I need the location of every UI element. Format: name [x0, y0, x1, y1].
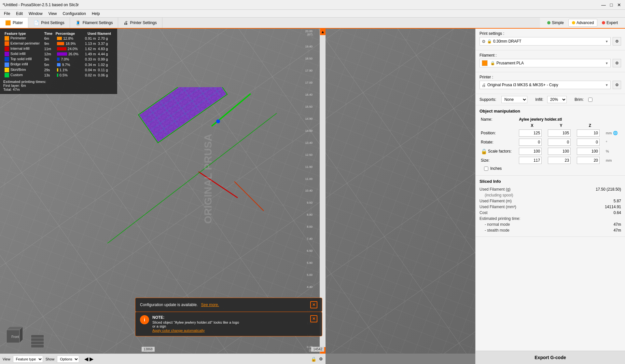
- filament-lock-icon: 🔒: [490, 61, 495, 65]
- stat-time: 12m: [43, 51, 54, 57]
- scale-z-input[interactable]: [577, 148, 600, 155]
- brim-checkbox[interactable]: [588, 98, 592, 102]
- scale-x-input[interactable]: [519, 148, 542, 155]
- col-filament: Used filament: [81, 31, 114, 36]
- stat-filament: 0.34 m 1.02 g: [81, 62, 114, 67]
- pos-z-input[interactable]: [577, 129, 600, 137]
- rot-z-input[interactable]: [577, 139, 600, 146]
- layer-lock-btn[interactable]: 🔒: [311, 357, 316, 362]
- minimize-btn[interactable]: —: [600, 2, 607, 8]
- obj-manip-title: Object manipulation: [479, 109, 621, 114]
- mode-dot-expert: [602, 21, 605, 24]
- close-btn[interactable]: ✕: [616, 2, 622, 8]
- print-settings-gear-btn[interactable]: ⚙: [613, 37, 621, 46]
- print-settings-chevron: ▼: [605, 40, 608, 43]
- menu-item-configuration[interactable]: Configuration: [60, 11, 89, 17]
- stat-filament: 1.49 m 4.44 g: [81, 51, 114, 57]
- maximize-btn[interactable]: □: [608, 2, 615, 8]
- tab-print-settings[interactable]: 📄Print Settings: [28, 18, 70, 28]
- object-manipulation-section: Object manipulation Name: Aylee jewlery …: [476, 105, 625, 176]
- note-close[interactable]: ✕: [310, 315, 317, 322]
- 3d-viewport[interactable]: ORIGINAL PRUSA Feature type Time Percent…: [0, 29, 475, 364]
- col-feature: Feature type: [3, 31, 43, 36]
- filament-color-swatch: [482, 60, 488, 66]
- app-title: *Untitled - PrusaSlicer-2.5.1 based on S…: [3, 3, 79, 7]
- bottom-left-coord: 13868: [142, 347, 155, 352]
- note-text: Sliced object "Aylee jewlery holder.stl"…: [152, 320, 307, 328]
- menu-item-edit[interactable]: Edit: [13, 11, 25, 17]
- infill-select[interactable]: 20%: [547, 96, 567, 103]
- printer-dropdown[interactable]: 🖨 Original Prusa i3 MK3S & MK3S+ - Copy …: [479, 81, 611, 89]
- config-update-close[interactable]: ✕: [310, 301, 317, 308]
- normal-mode-label: - normal mode: [479, 222, 510, 227]
- export-gcode-btn[interactable]: Export G-code: [476, 351, 625, 364]
- mode-dot-simple: [547, 21, 550, 24]
- cost-value: 0.64: [614, 210, 621, 215]
- size-y-input[interactable]: [548, 157, 571, 164]
- printer-gear-btn[interactable]: ⚙: [613, 81, 621, 89]
- pos-x-input[interactable]: [519, 129, 542, 137]
- filament-gear-btn[interactable]: ⚙: [613, 59, 621, 67]
- size-z-input[interactable]: [577, 157, 600, 164]
- filament-chevron: ▼: [605, 61, 608, 65]
- stat-filament: 0.04 m 0.11 g: [81, 67, 114, 73]
- menu-item-file[interactable]: File: [1, 11, 13, 17]
- stat-bar: [57, 68, 58, 72]
- scroll-right-btn[interactable]: ▶: [90, 356, 93, 362]
- view-label: View: [3, 357, 10, 361]
- stat-filament: 1.13 m 3.37 g: [81, 41, 114, 46]
- view-type-select[interactable]: Feature type: [13, 356, 43, 363]
- print-settings-lock-icon: 🔒: [487, 39, 492, 44]
- stat-feature: Solid infill: [3, 51, 43, 57]
- inches-row: Inches: [479, 165, 621, 172]
- rot-x-input[interactable]: [519, 139, 542, 146]
- mode-label-simple: Simple: [552, 20, 564, 25]
- spool-row: (including spool): [479, 192, 621, 198]
- 3d-object-svg: ORIGINAL PRUSA: [75, 87, 290, 282]
- filament-dropdown[interactable]: 🔒 Prusament PLA ▼: [479, 59, 611, 67]
- tab-icon-plater: 🟧: [5, 20, 11, 25]
- mode-label-expert: Expert: [606, 20, 618, 25]
- layer-icon-svg: [29, 333, 46, 349]
- mode-btn-advanced[interactable]: Advanced: [568, 19, 597, 27]
- pos-unit: mm: [606, 131, 612, 135]
- rot-y-input[interactable]: [548, 139, 571, 146]
- note-link[interactable]: Apply color change automatically: [152, 329, 205, 332]
- stats-row: External perimeter 9m 18.9% 1.13 m 3.37 …: [3, 41, 114, 46]
- mode-btn-expert[interactable]: Expert: [599, 19, 621, 26]
- size-unit: mm: [606, 158, 612, 162]
- settings-gear-btn[interactable]: ⚙: [319, 357, 323, 361]
- view-cube[interactable]: Front: [3, 327, 26, 349]
- inches-checkbox[interactable]: [484, 167, 488, 171]
- layer-view-icon[interactable]: [29, 333, 46, 349]
- show-label: Show: [46, 357, 55, 361]
- print-settings-label: Print settings :: [479, 31, 621, 36]
- stat-pct: 12.8%: [54, 36, 81, 41]
- menu-item-help[interactable]: Help: [89, 11, 103, 17]
- mode-btn-simple[interactable]: Simple: [544, 19, 567, 26]
- tab-plater[interactable]: 🟧Plater: [0, 18, 28, 29]
- size-x-input[interactable]: [519, 157, 542, 164]
- filament-label: Filament :: [479, 53, 621, 58]
- stat-feature: Internal infill: [3, 46, 43, 51]
- tab-filament-settings[interactable]: 🧵Filament Settings: [70, 18, 118, 28]
- print-settings-dropdown[interactable]: ⚙ 🔒 0.30mm DRAFT ▼: [479, 37, 611, 46]
- scale-y-input[interactable]: [548, 148, 571, 155]
- menu-item-view[interactable]: View: [46, 11, 60, 17]
- scale-unit: %: [606, 149, 609, 153]
- show-select[interactable]: Options: [57, 356, 79, 363]
- menu-item-window[interactable]: Window: [26, 11, 45, 17]
- est-print-label: Estimated printing time:: [479, 216, 520, 221]
- svg-line-23: [234, 182, 264, 211]
- stat-time: 3m: [43, 57, 54, 62]
- config-update-link[interactable]: See more.: [201, 303, 219, 307]
- scroll-up-btn[interactable]: ▲: [320, 29, 326, 35]
- scroll-left-btn[interactable]: ◀: [84, 356, 88, 362]
- stats-overlay: Feature type Time Percentage Used filame…: [0, 29, 117, 94]
- spool-label: (including spool): [479, 193, 513, 197]
- tabbar: 🟧Plater📄Print Settings🧵Filament Settings…: [0, 18, 625, 29]
- pos-y-input[interactable]: [548, 129, 571, 137]
- tab-printer-settings[interactable]: 🖨Printer Settings: [118, 18, 162, 28]
- filament-mm3-value: 14114.91: [605, 205, 621, 209]
- supports-select[interactable]: None: [501, 96, 527, 103]
